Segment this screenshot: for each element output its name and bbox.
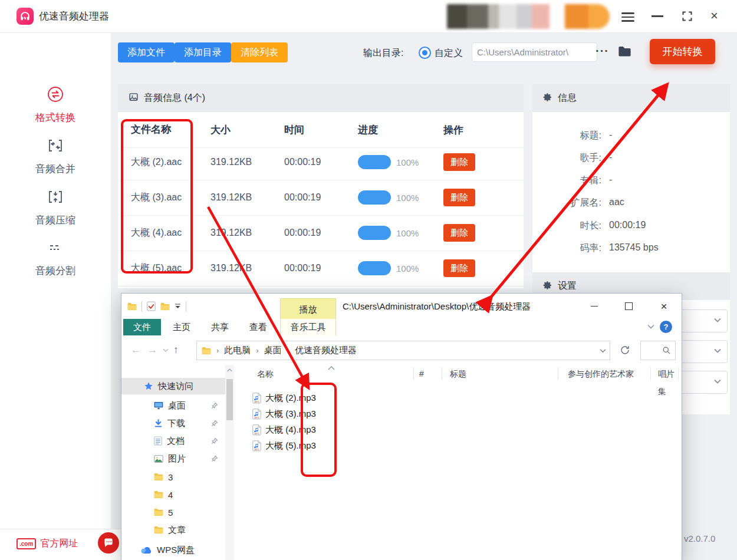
tab-file[interactable]: 文件: [123, 319, 161, 335]
close-icon[interactable]: ×: [710, 10, 718, 22]
breadcrumb-this-pc[interactable]: 此电脑: [224, 345, 251, 356]
sidebar-item-folder-wenzhang[interactable]: 文章: [121, 522, 225, 538]
recent-locations-icon[interactable]: [163, 348, 169, 353]
ribbon-collapse-icon[interactable]: [647, 324, 654, 329]
field-label: 时长:: [544, 220, 601, 232]
qat-customize-icon[interactable]: [175, 304, 181, 309]
folder-icon: [154, 473, 163, 481]
back-icon[interactable]: ←: [131, 335, 141, 365]
field-value: aac: [609, 197, 624, 207]
sidebar-item-downloads[interactable]: 下载: [121, 415, 225, 431]
sidebar-item-folder-3[interactable]: 3: [121, 469, 225, 485]
fullscreen-icon[interactable]: [681, 10, 693, 25]
col-artists[interactable]: 参与创作的艺术家: [568, 365, 634, 383]
custom-radio[interactable]: [419, 47, 431, 59]
breadcrumb-sep: ›: [256, 346, 258, 355]
sidebar-item-wps-cloud[interactable]: WPS网盘: [121, 542, 225, 558]
sidebar-item-desktop[interactable]: 桌面: [121, 397, 225, 414]
format-convert-icon: [46, 95, 65, 106]
explorer-minimize-icon[interactable]: [581, 294, 607, 319]
tab-music-tools[interactable]: 音乐工具: [280, 319, 336, 335]
list-item[interactable]: MP3 大概 (2).mp3: [252, 390, 316, 406]
sidebar-item-documents[interactable]: 文档: [121, 433, 225, 449]
info-panel-header: 信息: [532, 84, 730, 112]
clear-list-button[interactable]: 清除列表: [231, 42, 288, 62]
col-name[interactable]: 名称: [257, 365, 274, 383]
explorer-maximize-icon[interactable]: [616, 294, 641, 319]
explorer-close-icon[interactable]: ×: [651, 294, 677, 319]
sidebar-item-pictures[interactable]: 图片: [121, 450, 225, 467]
sidebar-item-label: 音频分割: [0, 264, 111, 278]
sidebar-quick-access[interactable]: 快速访问: [121, 378, 225, 394]
chevron-down-icon: [714, 379, 721, 384]
address-dropdown-icon[interactable]: [600, 349, 606, 353]
breadcrumb-desktop[interactable]: 桌面: [264, 345, 282, 356]
delete-button[interactable]: 删除: [443, 189, 475, 206]
add-file-button[interactable]: 添加文件: [118, 42, 175, 62]
gear-icon: [543, 281, 552, 292]
delete-button[interactable]: 删除: [443, 259, 475, 277]
address-bar[interactable]: › 此电脑 › 桌面 › 优速音频处理器: [196, 341, 610, 360]
table-card-header: 音频信息 (4个): [118, 84, 524, 112]
sidebar-item-format-convert[interactable]: 格式转换: [0, 85, 111, 124]
file-time: 00:00:19: [284, 228, 321, 238]
col-title[interactable]: 标题: [450, 365, 466, 383]
output-path-input[interactable]: [472, 42, 597, 62]
forward-icon[interactable]: →: [147, 335, 157, 365]
tab-view[interactable]: 查看: [239, 319, 277, 335]
scroll-up-icon[interactable]: [227, 368, 232, 372]
col-file-name: 文件名称: [131, 123, 183, 136]
pin-icon: [211, 437, 218, 444]
customer-service-icon[interactable]: [98, 532, 119, 554]
app-sidebar: 格式转换 音频合并 音频压缩 音频分割: [0, 33, 111, 560]
delete-button[interactable]: 删除: [443, 224, 475, 242]
mp3-file-icon: MP3: [252, 393, 261, 404]
file-time: 00:00:19: [284, 157, 321, 167]
tab-share[interactable]: 共享: [201, 319, 239, 335]
sidebar-item-label: 音频压缩: [0, 213, 111, 227]
svg-text:MP3: MP3: [255, 433, 259, 435]
more-paths-button[interactable]: ···: [595, 44, 609, 58]
check-page-icon[interactable]: [147, 301, 156, 311]
search-input[interactable]: [640, 341, 676, 360]
list-item[interactable]: MP3 大概 (3).mp3: [252, 406, 316, 422]
explorer-window: 播放 C:\Users\Administrator\Desktop\优速音频处理…: [121, 293, 682, 560]
pin-icon: [211, 455, 218, 462]
custom-radio-label[interactable]: 自定义: [435, 47, 463, 60]
menu-icon[interactable]: [621, 10, 634, 24]
add-dir-button[interactable]: 添加目录: [175, 42, 231, 62]
col-progress: 进度: [358, 123, 378, 137]
sidebar-item-folder-4[interactable]: 4: [121, 486, 225, 503]
open-folder-icon[interactable]: [617, 44, 633, 62]
audio-file-table-card: 音频信息 (4个) 文件名称 大小 时间 进度 操作 大概 (2).aac 31…: [118, 84, 524, 288]
list-item[interactable]: MP3 大概 (5).mp3: [252, 438, 316, 454]
play-ribbon-tab[interactable]: 播放: [280, 298, 336, 319]
col-number[interactable]: #: [419, 365, 424, 383]
folder-icon[interactable]: [127, 302, 137, 311]
refresh-icon[interactable]: [620, 345, 630, 355]
sidebar-item-folder-5[interactable]: 5: [121, 504, 225, 521]
sidebar-scrollbar[interactable]: [225, 365, 234, 560]
minimize-icon[interactable]: [652, 9, 663, 17]
start-convert-button[interactable]: 开始转换: [650, 39, 715, 64]
sidebar-item-audio-compress[interactable]: 音频压缩: [0, 187, 111, 227]
download-icon: [154, 419, 163, 428]
help-icon[interactable]: ?: [660, 321, 672, 333]
up-icon[interactable]: ↑: [173, 335, 179, 365]
folder-icon[interactable]: [160, 302, 170, 311]
search-icon: [662, 346, 671, 355]
settings-panel-title: 设置: [558, 280, 577, 292]
output-dir-label: 输出目录:: [363, 47, 403, 60]
official-site-link[interactable]: .com 官方网址: [17, 538, 78, 550]
chevron-down-icon: [714, 348, 721, 353]
delete-button[interactable]: 删除: [443, 153, 475, 171]
breadcrumb-current-folder[interactable]: 优速音频处理器: [295, 345, 357, 356]
audio-merge-icon: [46, 147, 65, 157]
audio-split-icon: [46, 249, 65, 259]
scrollbar-thumb[interactable]: [226, 379, 233, 420]
tab-home[interactable]: 主页: [163, 319, 200, 335]
file-time: 00:00:19: [284, 263, 321, 274]
list-item[interactable]: MP3 大概 (4).mp3: [252, 422, 316, 438]
sidebar-item-audio-merge[interactable]: 音频合并: [0, 136, 111, 176]
sidebar-item-audio-split[interactable]: 音频分割: [0, 238, 111, 278]
